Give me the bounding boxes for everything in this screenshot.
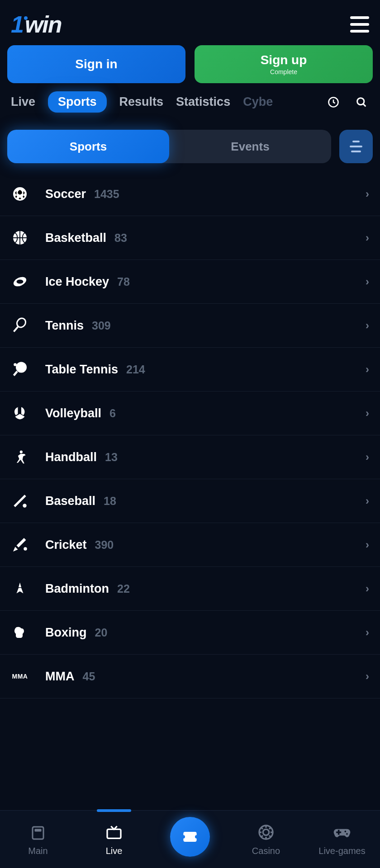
sport-row-baseball[interactable]: Baseball18›: [0, 479, 380, 523]
sport-row-basketball[interactable]: Basketball83›: [0, 216, 380, 260]
sport-count: 18: [104, 495, 116, 508]
nav-tab-statistics[interactable]: Statistics: [176, 95, 230, 109]
sport-name: Boxing: [45, 626, 87, 640]
filter-icon: [350, 141, 362, 152]
logo-dot-icon: [24, 16, 28, 20]
search-icon[interactable]: [354, 94, 369, 110]
nav-tab-sports[interactable]: Sports: [48, 91, 107, 113]
logo-text: win: [25, 11, 62, 38]
bottom-nav-live-label: Live: [106, 846, 123, 856]
sport-row-tennis[interactable]: Tennis309›: [0, 304, 380, 348]
sport-name: Badminton: [45, 582, 109, 596]
bottom-nav: Main Live Casino Live-games: [0, 810, 380, 868]
toggle-sports[interactable]: Sports: [7, 130, 169, 163]
sport-name: Cricket: [45, 538, 87, 552]
logo[interactable]: 1 win: [11, 11, 62, 38]
svg-rect-13: [35, 829, 42, 832]
svg-point-16: [263, 829, 269, 835]
sport-count: 390: [95, 538, 114, 552]
sport-count: 13: [105, 451, 118, 464]
sport-row-cricket[interactable]: Cricket390›: [0, 523, 380, 567]
hockey-icon: [11, 273, 29, 291]
svg-point-5: [17, 280, 24, 284]
gamepad-icon: [332, 822, 352, 842]
svg-point-9: [20, 451, 23, 453]
svg-point-10: [23, 504, 26, 507]
svg-rect-14: [107, 829, 121, 838]
chevron-right-icon: ›: [366, 231, 369, 244]
sport-name: Ice Hockey: [45, 275, 109, 289]
bottom-nav-live[interactable]: Live: [76, 811, 152, 868]
sport-name: Tennis: [45, 319, 84, 333]
bottom-nav-main-label: Main: [28, 846, 48, 856]
chevron-right-icon: ›: [366, 495, 369, 507]
sport-count: 78: [117, 275, 130, 288]
signin-button[interactable]: Sign in: [7, 45, 185, 83]
sport-row-hockey[interactable]: Ice Hockey78›: [0, 260, 380, 304]
bottom-nav-livegames-label: Live-games: [318, 846, 365, 856]
svg-point-8: [14, 363, 17, 366]
top-nav-tabs: Live Sports Results Statistics Cybe: [0, 91, 380, 123]
sport-row-badminton[interactable]: Badminton22›: [0, 567, 380, 611]
signup-button[interactable]: Sign up Complete: [195, 45, 373, 83]
hamburger-menu-icon[interactable]: [350, 16, 369, 33]
basketball-icon: [11, 229, 29, 247]
ticket-button: [170, 817, 210, 857]
sport-row-volleyball[interactable]: Volleyball6›: [0, 392, 380, 435]
sport-row-soccer[interactable]: Soccer1435›: [0, 172, 380, 216]
sport-count: 309: [92, 319, 111, 332]
sport-name: Basketball: [45, 231, 106, 245]
bottom-nav-casino[interactable]: Casino: [228, 811, 304, 868]
clock-icon[interactable]: [326, 94, 341, 110]
sport-row-mma[interactable]: MMAMMA45›: [0, 655, 380, 698]
signin-label: Sign in: [75, 57, 117, 71]
nav-tab-results[interactable]: Results: [119, 95, 164, 109]
svg-point-1: [357, 98, 364, 104]
filter-button[interactable]: [339, 130, 373, 163]
chevron-right-icon: ›: [366, 188, 369, 200]
sport-count: 83: [114, 231, 127, 245]
boxing-icon: [11, 623, 29, 642]
chevron-right-icon: ›: [366, 319, 369, 332]
sport-count: 20: [95, 626, 108, 639]
sport-name: Volleyball: [45, 406, 101, 420]
sport-row-tabletennis[interactable]: Table Tennis214›: [0, 348, 380, 392]
tennis-icon: [11, 316, 29, 335]
home-icon: [28, 822, 48, 842]
bottom-nav-main[interactable]: Main: [0, 811, 76, 868]
volleyball-icon: [11, 404, 29, 422]
handball-icon: [11, 448, 29, 466]
chevron-right-icon: ›: [366, 407, 369, 420]
sport-row-boxing[interactable]: Boxing20›: [0, 611, 380, 655]
badminton-icon: [11, 580, 29, 598]
bottom-nav-ticket[interactable]: [152, 811, 228, 868]
sports-list: Soccer1435›Basketball83›Ice Hockey78›Ten…: [0, 170, 380, 701]
nav-tab-cyber[interactable]: Cybe: [243, 95, 273, 109]
sport-name: Baseball: [45, 494, 95, 508]
tv-icon: [104, 822, 124, 842]
svg-point-7: [17, 363, 26, 372]
nav-tab-live[interactable]: Live: [11, 95, 35, 109]
sport-row-handball[interactable]: Handball13›: [0, 435, 380, 479]
toggle-events[interactable]: Events: [169, 130, 331, 163]
svg-rect-12: [33, 827, 43, 839]
signup-label: Sign up: [261, 53, 307, 67]
mma-icon: MMA: [11, 667, 29, 685]
sport-count: 1435: [94, 188, 119, 201]
active-indicator: [97, 809, 131, 812]
signup-sublabel: Complete: [270, 68, 297, 75]
svg-point-11: [24, 547, 27, 551]
tabletennis-icon: [11, 360, 29, 378]
sport-count: 6: [109, 407, 116, 420]
sport-count: 22: [117, 582, 130, 595]
logo-number: 1: [11, 11, 23, 38]
sport-count: 214: [126, 363, 145, 376]
ticket-icon: [180, 827, 200, 847]
cricket-icon: [11, 536, 29, 554]
bottom-nav-casino-label: Casino: [252, 846, 280, 856]
chevron-right-icon: ›: [366, 582, 369, 595]
chip-icon: [256, 822, 276, 842]
sport-name: Soccer: [45, 187, 86, 201]
baseball-icon: [11, 492, 29, 510]
bottom-nav-livegames[interactable]: Live-games: [304, 811, 380, 868]
